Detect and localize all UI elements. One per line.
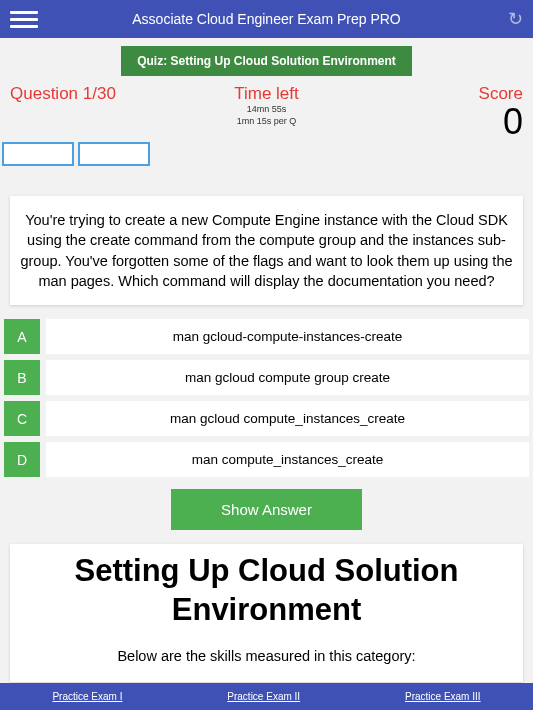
answer-list: A man gcloud-compute-instances-create B … bbox=[4, 319, 529, 477]
app-header: Associate Cloud Engineer Exam Prep PRO ↻ bbox=[0, 0, 533, 38]
answer-text: man compute_instances_create bbox=[40, 442, 529, 477]
answer-letter: B bbox=[4, 360, 40, 395]
footer-link-exam-2[interactable]: Practice Exam II bbox=[227, 691, 300, 702]
answer-option[interactable]: D man compute_instances_create bbox=[4, 442, 529, 477]
progress-box bbox=[78, 142, 150, 166]
question-card: You're trying to create a new Compute En… bbox=[10, 196, 523, 305]
question-counter: Question 1/30 bbox=[10, 84, 181, 104]
footer-tabs: Practice Exam I Practice Exam II Practic… bbox=[0, 683, 533, 710]
progress-box bbox=[2, 142, 74, 166]
menu-icon[interactable] bbox=[10, 5, 38, 33]
refresh-icon[interactable]: ↻ bbox=[508, 8, 523, 30]
quiz-banner: Quiz: Setting Up Cloud Solution Environm… bbox=[121, 46, 412, 76]
answer-letter: A bbox=[4, 319, 40, 354]
show-answer-button[interactable]: Show Answer bbox=[171, 489, 362, 530]
answer-text: man gcloud compute group create bbox=[40, 360, 529, 395]
progress-boxes bbox=[0, 140, 533, 168]
content-subtitle: Below are the skills measured in this ca… bbox=[24, 648, 509, 664]
answer-text: man gcloud-compute-instances-create bbox=[40, 319, 529, 354]
answer-option[interactable]: C man gcloud compute_instances_create bbox=[4, 401, 529, 436]
time-total: 14mn 55s bbox=[181, 104, 352, 116]
score-label: Score bbox=[352, 84, 523, 104]
time-left-label: Time left bbox=[181, 84, 352, 104]
answer-option[interactable]: A man gcloud-compute-instances-create bbox=[4, 319, 529, 354]
answer-letter: D bbox=[4, 442, 40, 477]
footer-link-exam-1[interactable]: Practice Exam I bbox=[52, 691, 122, 702]
answer-option[interactable]: B man gcloud compute group create bbox=[4, 360, 529, 395]
time-per-q: 1mn 15s per Q bbox=[181, 116, 352, 128]
footer-link-exam-3[interactable]: Practice Exam III bbox=[405, 691, 481, 702]
score-value: 0 bbox=[352, 104, 523, 140]
score-block: Score 0 bbox=[352, 84, 523, 140]
content-card: Setting Up Cloud Solution Environment Be… bbox=[10, 544, 523, 682]
answer-letter: C bbox=[4, 401, 40, 436]
time-left-block: Time left 14mn 55s 1mn 15s per Q bbox=[181, 84, 352, 127]
answer-text: man gcloud compute_instances_create bbox=[40, 401, 529, 436]
app-title: Associate Cloud Engineer Exam Prep PRO bbox=[132, 11, 400, 27]
stats-row: Question 1/30 Time left 14mn 55s 1mn 15s… bbox=[0, 84, 533, 140]
content-title: Setting Up Cloud Solution Environment bbox=[24, 552, 509, 630]
